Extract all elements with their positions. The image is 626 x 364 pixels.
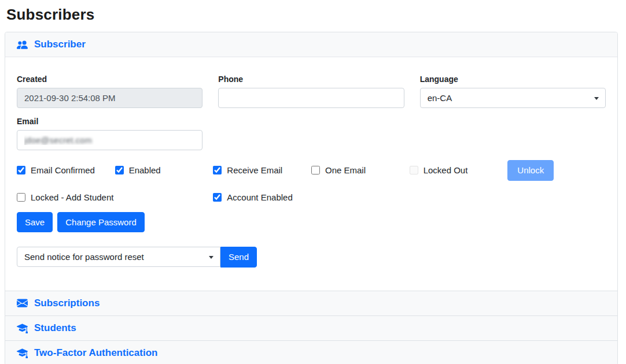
- phone-input[interactable]: [218, 88, 404, 108]
- account-enabled-label: Account Enabled: [227, 192, 292, 202]
- send-button[interactable]: Send: [220, 247, 257, 268]
- save-button[interactable]: Save: [17, 212, 53, 233]
- enabled-label: Enabled: [129, 165, 161, 175]
- email-field-group: Email: [17, 117, 202, 150]
- change-password-button[interactable]: Change Password: [57, 212, 145, 233]
- one-email-checkbox[interactable]: [311, 166, 320, 174]
- phone-field-group: Phone: [218, 75, 404, 108]
- email-confirmed-checkbox[interactable]: [17, 166, 25, 174]
- account-enabled-checkbox-group: Account Enabled: [213, 192, 409, 202]
- envelope-icon: [17, 298, 28, 309]
- one-email-label: One Email: [325, 165, 366, 175]
- unlock-button[interactable]: Unlock: [507, 160, 554, 181]
- email-input[interactable]: [17, 130, 202, 150]
- created-field-group: Created: [17, 75, 202, 108]
- email-label: Email: [17, 117, 202, 126]
- people-icon: [17, 39, 28, 50]
- graduation-cap-icon: [17, 322, 28, 333]
- two-factor-section-header[interactable]: Two-Factor Authentication: [5, 340, 617, 364]
- locked-out-checkbox-group: Locked Out: [410, 165, 508, 175]
- one-email-checkbox-group: One Email: [311, 165, 410, 175]
- checkbox-grid: Email Confirmed Enabled Receive Email On…: [17, 160, 606, 202]
- locked-add-student-label: Locked - Add Student: [31, 192, 113, 202]
- phone-label: Phone: [218, 75, 404, 84]
- notice-send-group: Send notice for password reset Send: [17, 247, 606, 268]
- notice-select-wrap: Send notice for password reset: [17, 247, 220, 268]
- receive-email-checkbox[interactable]: [213, 166, 222, 174]
- graduation-cap-icon: [17, 347, 28, 358]
- created-label: Created: [17, 75, 202, 84]
- subscriber-section-header[interactable]: Subscriber: [5, 32, 617, 57]
- two-factor-section-title: Two-Factor Authentication: [34, 347, 157, 359]
- enabled-checkbox-group: Enabled: [115, 165, 213, 175]
- created-input: [17, 88, 202, 108]
- locked-add-student-checkbox[interactable]: [17, 193, 25, 202]
- receive-email-label: Receive Email: [227, 165, 282, 175]
- subscriber-section-title: Subscriber: [34, 39, 86, 50]
- students-section-title: Students: [34, 322, 76, 334]
- enabled-checkbox[interactable]: [115, 166, 124, 174]
- students-section-header[interactable]: Students: [5, 315, 617, 340]
- subscriptions-section-header[interactable]: Subscriptions: [5, 291, 617, 315]
- language-select-wrap: en-CA: [420, 88, 606, 108]
- locked-add-student-checkbox-group: Locked - Add Student: [17, 192, 213, 202]
- language-label: Language: [420, 75, 606, 84]
- email-confirmed-label: Email Confirmed: [31, 165, 95, 175]
- email-confirmed-checkbox-group: Email Confirmed: [17, 165, 115, 175]
- locked-out-checkbox: [410, 166, 418, 174]
- subscriptions-section-title: Subscriptions: [34, 298, 100, 309]
- language-select[interactable]: en-CA: [420, 88, 606, 108]
- locked-out-label: Locked Out: [424, 165, 468, 175]
- subscriber-form: Created Phone Language en-CA: [5, 57, 617, 291]
- page-title: Subscribers: [6, 6, 618, 24]
- language-field-group: Language en-CA: [420, 75, 606, 108]
- receive-email-checkbox-group: Receive Email: [213, 165, 311, 175]
- subscribers-card: Subscriber Created Phone Language en-CA: [5, 32, 618, 364]
- account-enabled-checkbox[interactable]: [213, 193, 222, 202]
- action-buttons-row: Save Change Password: [17, 212, 606, 233]
- notice-select[interactable]: Send notice for password reset: [17, 247, 220, 267]
- page: Subscribers Subscriber Created Phone Lan…: [0, 0, 626, 364]
